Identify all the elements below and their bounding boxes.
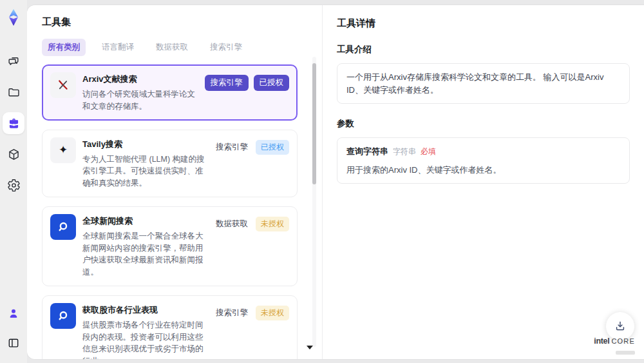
- sidebar-item-settings[interactable]: [3, 174, 24, 196]
- tool-card-body: Arxiv文献搜索 访问各个研究领域大量科学论文和文章的存储库。: [82, 72, 198, 113]
- intel-wordmark: intel: [594, 337, 609, 346]
- news-search-logo-icon: [50, 303, 76, 329]
- tab-search-engine[interactable]: 搜索引擎: [204, 39, 248, 56]
- briefcase-icon: [7, 117, 21, 130]
- tool-title: 全球新闻搜索: [82, 215, 207, 227]
- tool-title: Arxiv文献搜索: [82, 74, 196, 85]
- scroll-down-arrow[interactable]: [307, 346, 313, 349]
- brand-sub-badge: [616, 351, 635, 355]
- tab-data-fetch[interactable]: 数据获取: [150, 39, 194, 56]
- tool-card-body: Tavily搜索 专为人工智能代理 (LLM) 构建的搜索引擎工具。可快速提供实…: [82, 137, 209, 190]
- tool-card-sector-performance[interactable]: 获取股市各行业表现 提供股票市场各个行业在特定时间段内的表现。投资者可以利用这些…: [42, 295, 298, 359]
- auth-status-badge: 已授权: [256, 140, 289, 155]
- category-tabs: 所有类别 语言翻译 数据获取 搜索引擎: [42, 39, 309, 56]
- tool-card-body: 全球新闻搜索 全球新闻搜索是一个聚合全球各大新闻网站内容的搜索引擎，帮助用户快速…: [82, 214, 209, 279]
- cube-icon: [7, 148, 21, 161]
- list-scrollbar[interactable]: [312, 57, 316, 347]
- tool-description: 全球新闻搜索是一个聚合全球各大新闻网站内容的搜索引擎，帮助用户快速获取全球最新资…: [82, 230, 207, 279]
- scrollbar-thumb[interactable]: [312, 63, 316, 184]
- main-content: 工具集 所有类别 语言翻译 数据获取 搜索引擎 Arxiv文献搜索 访问各个研究…: [27, 5, 644, 359]
- download-icon: [614, 320, 627, 333]
- tool-card-arxiv[interactable]: Arxiv文献搜索 访问各个研究领域大量科学论文和文章的存储库。 搜索引擎 已授…: [42, 64, 298, 121]
- category-label: 数据获取: [216, 217, 248, 230]
- news-search-logo-icon: [50, 214, 76, 240]
- left-sidebar: [0, 0, 27, 363]
- core-wordmark: core: [611, 337, 635, 345]
- tool-card-meta: 搜索引擎 已授权: [216, 137, 289, 190]
- tool-card-meta: 数据获取 未授权: [216, 214, 289, 279]
- sidebar-item-tools[interactable]: [3, 112, 24, 134]
- tab-translation[interactable]: 语言翻译: [96, 39, 140, 56]
- collapse-sidebar-button[interactable]: [3, 332, 24, 354]
- tool-detail-panel: 工具详情 工具介绍 一个用于从Arxiv存储库搜索科学论文和文章的工具。 输入可…: [322, 5, 644, 359]
- chat-icon: [7, 55, 21, 68]
- sparkle-icon: ✦: [50, 137, 76, 163]
- category-label: 搜索引擎: [216, 140, 248, 153]
- params-heading: 参数: [337, 118, 630, 130]
- intel-core-logo: intelcore: [594, 337, 635, 357]
- auth-status-badge: 未授权: [256, 306, 289, 320]
- sidebar-item-files[interactable]: [3, 81, 24, 103]
- user-avatar-button[interactable]: [3, 302, 24, 324]
- tool-description: 访问各个研究领域大量科学论文和文章的存储库。: [82, 88, 196, 113]
- tool-card-list: Arxiv文献搜索 访问各个研究领域大量科学论文和文章的存储库。 搜索引擎 已授…: [42, 64, 309, 359]
- tool-intro-box: 一个用于从Arxiv存储库搜索科学论文和文章的工具。 输入可以是Arxiv ID…: [337, 63, 630, 104]
- category-badge: 搜索引擎: [205, 75, 249, 91]
- sidebar-item-chat[interactable]: [3, 50, 24, 72]
- tool-card-meta: 搜索引擎 未授权: [216, 303, 289, 359]
- gear-icon: [7, 179, 21, 192]
- tool-title: 获取股市各行业表现: [82, 304, 207, 316]
- parameter-header: 查询字符串 字符串 必填: [346, 145, 620, 158]
- sidebar-item-packages[interactable]: [3, 143, 24, 165]
- tab-all-categories[interactable]: 所有类别: [42, 39, 86, 56]
- tool-description: 提供股票市场各个行业在特定时间段内的表现。投资者可以利用这些信息来识别表现优于或…: [82, 319, 207, 359]
- folder-icon: [7, 86, 21, 99]
- tool-card-meta: 搜索引擎 已授权: [205, 72, 290, 113]
- parameter-box: 查询字符串 字符串 必填 用于搜索的Arxiv ID、关键字或作者姓名。: [337, 137, 630, 184]
- parameter-type: 字符串: [393, 146, 416, 157]
- parameter-description: 用于搜索的Arxiv ID、关键字或作者姓名。: [346, 164, 620, 177]
- tool-card-body: 获取股市各行业表现 提供股票市场各个行业在特定时间段内的表现。投资者可以利用这些…: [82, 303, 209, 359]
- download-button[interactable]: [606, 312, 634, 340]
- parameter-name: 查询字符串: [346, 145, 388, 158]
- intro-heading: 工具介绍: [337, 44, 630, 55]
- category-label: 搜索引擎: [216, 306, 248, 319]
- auth-status-badge: 未授权: [256, 217, 289, 231]
- auth-status-badge: 已授权: [254, 75, 290, 91]
- page-title: 工具集: [42, 16, 309, 28]
- tool-card-global-news[interactable]: 全球新闻搜索 全球新闻搜索是一个聚合全球各大新闻网站内容的搜索引擎，帮助用户快速…: [42, 206, 298, 286]
- panel-collapse-icon: [7, 337, 20, 349]
- user-icon: [7, 307, 20, 320]
- parameter-required-flag: 必填: [421, 146, 436, 157]
- tool-title: Tavily搜索: [82, 139, 207, 150]
- tool-list-panel: 工具集 所有类别 语言翻译 数据获取 搜索引擎 Arxiv文献搜索 访问各个研究…: [27, 5, 322, 359]
- arxiv-logo-icon: [50, 72, 76, 98]
- tool-card-tavily[interactable]: ✦ Tavily搜索 专为人工智能代理 (LLM) 构建的搜索引擎工具。可快速提…: [42, 130, 298, 197]
- tool-description: 专为人工智能代理 (LLM) 构建的搜索引擎工具。可快速提供实时、准确和真实的结…: [82, 153, 207, 190]
- detail-title: 工具详情: [337, 17, 630, 30]
- app-logo-icon: [4, 8, 23, 27]
